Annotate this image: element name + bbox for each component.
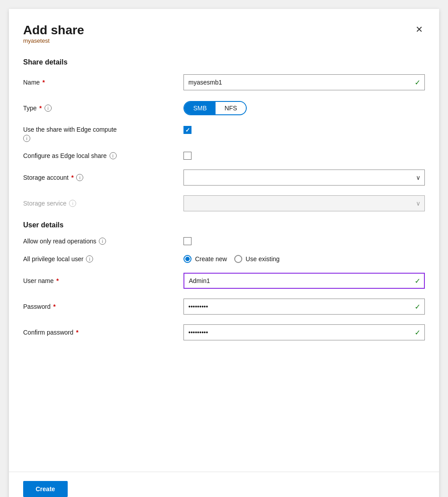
confirm-password-input[interactable] [183,324,425,340]
password-row: Password * ✓ [23,299,425,315]
privilege-info-icon[interactable]: i [86,255,93,263]
password-input-wrapper: ✓ [183,299,425,315]
password-input[interactable] [183,299,425,315]
username-check-icon: ✓ [415,277,420,285]
storage-account-required: * [71,174,73,181]
edge-local-checkbox-wrapper [183,152,425,160]
name-required: * [42,79,45,86]
type-control: SMB NFS [183,100,425,116]
create-button[interactable]: Create [23,481,68,497]
name-row: Name * ✓ [23,74,425,90]
user-details-title: User details [23,221,425,229]
username-label: User name [23,277,53,284]
storage-service-info-icon: i [69,200,76,207]
storage-service-row: Storage service i ∨ [23,195,425,211]
privilege-label-col: All privilege local user i [23,255,183,263]
radio-create-new-label: Create new [195,255,227,263]
password-control: ✓ [183,299,425,315]
password-label-col: Password * [23,303,183,310]
radio-create-new-circle [183,255,191,263]
type-toggle-group: SMB NFS [183,100,425,116]
close-icon: ✕ [415,24,423,34]
edge-local-control [183,152,425,160]
name-input-wrapper: ✓ [183,74,425,90]
privilege-control: Create new Use existing [183,255,425,263]
read-only-label-col: Allow only read operations i [23,238,183,245]
type-nfs-button[interactable]: NFS [216,102,246,114]
storage-account-info-icon[interactable]: i [76,174,83,181]
name-input[interactable] [183,74,425,90]
radio-use-existing-label: Use existing [246,255,280,263]
edge-compute-label: Use the share with Edge compute [23,126,117,133]
read-only-control [183,237,425,245]
radio-use-existing-circle [234,255,242,263]
dialog-title-group: Add share myasetest [23,23,84,57]
username-row: User name * ✓ [23,273,425,289]
edge-local-info-icon[interactable]: i [110,152,117,159]
type-row: Type * i SMB NFS [23,100,425,116]
password-check-icon: ✓ [415,303,420,311]
dialog-footer: Create [9,472,439,497]
password-required: * [53,303,55,310]
edge-local-row: Configure as Edge local share i [23,152,425,160]
storage-service-label-col: Storage service i [23,200,183,207]
storage-account-select[interactable] [183,170,425,186]
name-check-icon: ✓ [415,78,420,87]
storage-account-label-col: Storage account * i [23,174,183,181]
type-smb-button[interactable]: SMB [184,102,216,114]
confirm-password-label-col: Confirm password * [23,329,183,336]
edge-local-checkbox[interactable] [183,152,191,160]
type-info-icon[interactable]: i [45,105,52,112]
type-toggle-container: SMB NFS [183,101,247,115]
name-control: ✓ [183,74,425,90]
confirm-password-required: * [76,329,78,336]
edge-local-label-col: Configure as Edge local share i [23,152,183,159]
confirm-password-control: ✓ [183,324,425,340]
edge-compute-control [183,126,425,134]
edge-local-label: Configure as Edge local share [23,152,107,159]
edge-compute-row: Use the share with Edge compute i [23,126,425,142]
user-details-section: User details Allow only read operations … [23,221,425,340]
type-label: Type [23,105,37,112]
confirm-password-row: Confirm password * ✓ [23,324,425,340]
radio-use-existing[interactable]: Use existing [234,255,280,263]
storage-service-label: Storage service [23,200,66,207]
edge-compute-info-icon[interactable]: i [23,135,30,142]
radio-create-new[interactable]: Create new [183,255,227,263]
edge-compute-checkbox[interactable] [183,126,191,134]
name-label: Name [23,79,40,86]
read-only-info-icon[interactable]: i [99,238,106,245]
confirm-password-label: Confirm password [23,329,73,336]
type-required: * [39,105,41,112]
password-label: Password [23,303,50,310]
storage-account-row: Storage account * i ∨ [23,170,425,186]
storage-service-select-wrapper: ∨ [183,195,425,211]
edge-compute-label-stack: Use the share with Edge compute i [23,126,117,142]
privilege-row: All privilege local user i Create new Us… [23,255,425,263]
edge-compute-checkbox-wrapper [183,126,425,134]
edge-compute-info-row: i [23,135,117,142]
read-only-row: Allow only read operations i [23,237,425,245]
share-details-section: Share details Name * ✓ Type * i [23,58,425,211]
storage-account-control: ∨ [183,170,425,186]
add-share-dialog: Add share myasetest ✕ Share details Name… [9,9,439,497]
privilege-label: All privilege local user [23,255,83,263]
storage-service-control: ∨ [183,195,425,211]
privilege-radio-group: Create new Use existing [183,255,425,263]
dialog-subtitle: myasetest [23,37,84,44]
storage-account-select-wrapper: ∨ [183,170,425,186]
read-only-checkbox[interactable] [183,237,191,245]
dialog-title: Add share [23,23,84,37]
username-control: ✓ [183,273,425,289]
confirm-password-check-icon: ✓ [415,328,420,337]
username-label-col: User name * [23,277,183,284]
username-input[interactable] [183,273,425,289]
type-label-col: Type * i [23,105,183,112]
name-label-col: Name * [23,79,183,86]
confirm-password-input-wrapper: ✓ [183,324,425,340]
edge-compute-label-col: Use the share with Edge compute i [23,126,183,142]
storage-account-label: Storage account [23,174,69,181]
close-button[interactable]: ✕ [414,23,425,36]
username-required: * [56,277,58,284]
dialog-header: Add share myasetest ✕ [23,23,425,57]
